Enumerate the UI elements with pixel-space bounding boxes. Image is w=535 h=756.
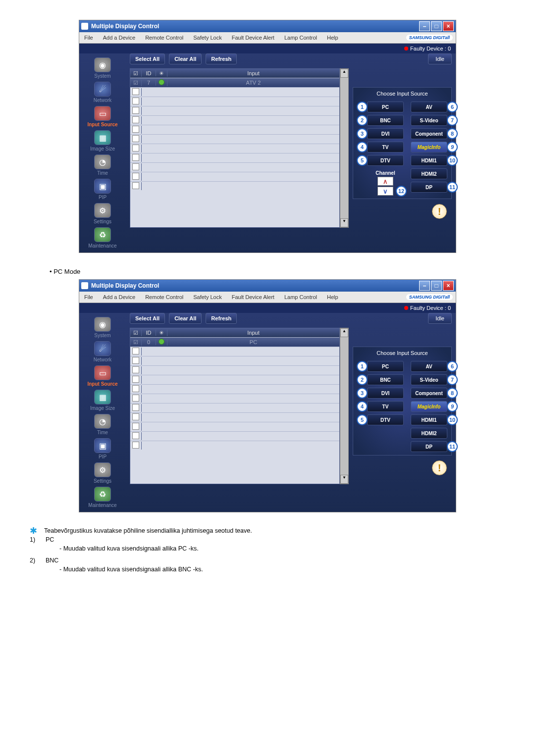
grid-row[interactable] xyxy=(130,125,339,134)
close-button[interactable]: × xyxy=(443,21,454,31)
source-hdmi2-button[interactable]: HDMI2 xyxy=(411,428,447,439)
grid-row[interactable] xyxy=(130,97,339,106)
col-checkbox[interactable]: ☑ xyxy=(130,70,142,77)
menu-help[interactable]: Help xyxy=(322,35,343,41)
menu-help[interactable]: Help xyxy=(322,294,343,300)
source-pc-button[interactable]: 1PC xyxy=(367,361,404,372)
menu-safety-lock[interactable]: Safety Lock xyxy=(188,294,226,300)
minimize-button[interactable]: – xyxy=(419,21,430,31)
sidebar-item-pip[interactable]: ▣PIP xyxy=(94,438,111,459)
source-dvi-button[interactable]: 3DVI xyxy=(367,388,404,399)
source-tv-button[interactable]: 4TV xyxy=(367,142,404,152)
grid-row[interactable] xyxy=(130,153,339,162)
menu-file[interactable]: File xyxy=(79,35,98,41)
grid-row[interactable] xyxy=(130,106,339,115)
scroll-down-button[interactable]: ▼ xyxy=(340,218,348,227)
menu-fault-device-alert[interactable]: Fault Device Alert xyxy=(227,294,279,300)
source-bnc-button[interactable]: 2BNC xyxy=(367,115,404,126)
grid-row[interactable] xyxy=(130,87,339,97)
sidebar-item-maintenance[interactable]: ♻Maintenance xyxy=(88,487,116,508)
source-dp-button[interactable]: DP11 xyxy=(411,441,447,452)
grid-row[interactable] xyxy=(130,375,339,384)
menu-lamp-control[interactable]: Lamp Control xyxy=(279,35,322,41)
row-checkbox[interactable]: ☑ xyxy=(130,339,142,346)
grid-row[interactable] xyxy=(130,412,339,422)
source-bnc-button[interactable]: 2BNC xyxy=(367,374,404,385)
source-tv-button[interactable]: 4TV xyxy=(367,401,404,412)
grid-row-selected[interactable]: ☑ 7 ATV 2 xyxy=(130,78,339,87)
source-dp-button[interactable]: DP11 xyxy=(411,182,447,193)
refresh-button[interactable]: Refresh xyxy=(206,53,237,64)
refresh-button[interactable]: Refresh xyxy=(206,313,237,324)
minimize-button[interactable]: – xyxy=(419,281,430,291)
select-all-button[interactable]: Select All xyxy=(130,53,165,64)
source-component-button[interactable]: Component8 xyxy=(411,388,447,399)
source-component-button[interactable]: Component8 xyxy=(411,128,447,139)
scroll-up-button[interactable]: ▲ xyxy=(340,328,348,337)
menu-remote-control[interactable]: Remote Control xyxy=(140,294,188,300)
grid-row[interactable] xyxy=(130,134,339,144)
source-magicinfo-button[interactable]: MagicInfo9 xyxy=(411,142,447,152)
grid-scrollbar[interactable]: ▲ ▼ xyxy=(340,328,349,484)
sidebar-item-image-size[interactable]: ▦ Image Size xyxy=(90,130,115,151)
grid-row-selected[interactable]: ☑ 0 PC xyxy=(130,337,339,347)
source-av-button[interactable]: AV6 xyxy=(411,101,447,112)
grid-row[interactable] xyxy=(130,431,339,441)
maximize-button[interactable]: □ xyxy=(431,281,442,291)
menu-add-device[interactable]: Add a Device xyxy=(98,294,140,300)
source-svideo-button[interactable]: S-Video7 xyxy=(411,374,447,385)
sidebar-item-image-size[interactable]: ▦Image Size xyxy=(90,390,115,411)
scroll-up-button[interactable]: ▲ xyxy=(340,69,348,78)
source-av-button[interactable]: AV6 xyxy=(411,361,447,372)
sidebar-item-settings[interactable]: ⚙Settings xyxy=(94,462,111,484)
sidebar-item-input-source[interactable]: ▭Input Source xyxy=(87,365,117,387)
source-hdmi2-button[interactable]: HDMI2 xyxy=(411,168,447,179)
sidebar-item-input-source[interactable]: ▭ Input Source xyxy=(87,106,117,127)
menu-fault-device-alert[interactable]: Fault Device Alert xyxy=(227,35,279,41)
menu-remote-control[interactable]: Remote Control xyxy=(140,35,188,41)
channel-down-button[interactable]: ∨12 xyxy=(377,187,393,196)
close-button[interactable]: × xyxy=(443,281,454,291)
channel-up-button[interactable]: ∧ xyxy=(377,177,393,186)
source-magicinfo-button[interactable]: MagicInfo9 xyxy=(411,401,447,412)
grid-row[interactable] xyxy=(130,403,339,412)
sidebar-item-network[interactable]: ☄ Network xyxy=(94,82,112,103)
select-all-button[interactable]: Select All xyxy=(130,313,165,324)
grid-row[interactable] xyxy=(130,144,339,153)
maximize-button[interactable]: □ xyxy=(431,21,442,31)
menu-safety-lock[interactable]: Safety Lock xyxy=(188,35,226,41)
grid-row[interactable] xyxy=(130,441,339,450)
scroll-down-button[interactable]: ▼ xyxy=(340,475,348,484)
grid-row[interactable] xyxy=(130,115,339,125)
sidebar-item-system[interactable]: ◉ System xyxy=(94,57,111,79)
clear-all-button[interactable]: Clear All xyxy=(169,53,202,64)
source-dvi-button[interactable]: 3DVI xyxy=(367,128,404,139)
source-dtv-button[interactable]: 5DTV xyxy=(367,414,404,425)
grid-scrollbar[interactable]: ▲ ▼ xyxy=(340,68,349,228)
menu-add-device[interactable]: Add a Device xyxy=(98,35,140,41)
grid-row[interactable] xyxy=(130,384,339,394)
grid-row[interactable] xyxy=(130,162,339,172)
sidebar-item-time[interactable]: ◔ Time xyxy=(94,154,111,176)
sidebar-item-network[interactable]: ☄Network xyxy=(94,341,112,362)
sidebar-item-system[interactable]: ◉System xyxy=(94,317,111,338)
menu-lamp-control[interactable]: Lamp Control xyxy=(279,294,322,300)
grid-row[interactable] xyxy=(130,422,339,431)
clear-all-button[interactable]: Clear All xyxy=(169,313,202,324)
grid-row[interactable] xyxy=(130,347,339,356)
source-pc-button[interactable]: 1PC xyxy=(367,101,404,112)
sidebar-item-maintenance[interactable]: ♻ Maintenance xyxy=(88,227,116,249)
source-hdmi1-button[interactable]: HDMI110 xyxy=(411,414,447,425)
source-dtv-button[interactable]: 5DTV xyxy=(367,155,404,166)
grid-row[interactable] xyxy=(130,356,339,365)
sidebar-item-settings[interactable]: ⚙ Settings xyxy=(94,203,111,224)
menu-file[interactable]: File xyxy=(79,294,98,300)
grid-row[interactable] xyxy=(130,172,339,181)
grid-row[interactable] xyxy=(130,365,339,375)
sidebar-item-time[interactable]: ◔Time xyxy=(94,414,111,435)
sidebar-item-pip[interactable]: ▣ PIP xyxy=(94,179,111,200)
row-checkbox[interactable]: ☑ xyxy=(130,80,142,86)
grid-row[interactable] xyxy=(130,181,339,191)
col-checkbox[interactable]: ☑ xyxy=(130,330,142,336)
source-svideo-button[interactable]: S-Video7 xyxy=(411,115,447,126)
